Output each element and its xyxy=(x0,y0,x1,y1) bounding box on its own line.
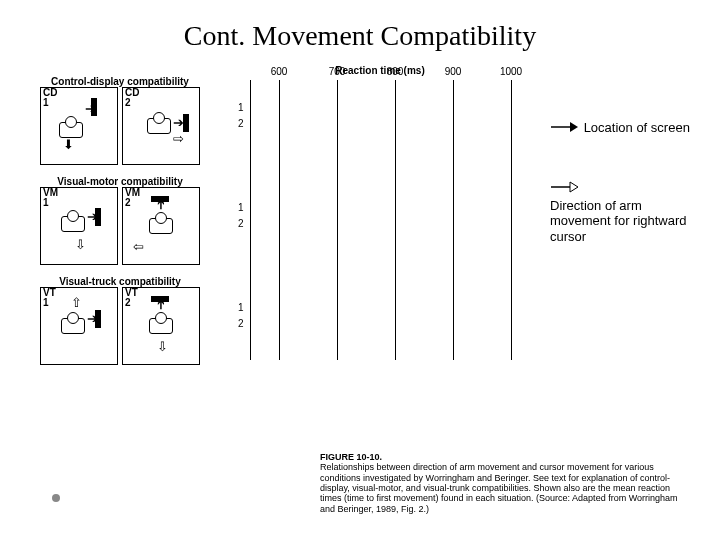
bar-label: 1 xyxy=(238,302,244,313)
section-title: Control-display compatibility xyxy=(40,76,200,87)
box-label: VT 2 xyxy=(125,288,138,308)
figure-container: Reaction time (ms) 600 700 800 900 1000 … xyxy=(40,65,520,370)
arrow-icon: ➔ xyxy=(87,210,98,223)
bar-label: 1 xyxy=(238,202,244,213)
box-label: VM 1 xyxy=(43,188,58,208)
svg-marker-3 xyxy=(570,182,578,192)
tick-label: 700 xyxy=(329,66,346,77)
box-label: VT 1 xyxy=(43,288,56,308)
bullet-icon xyxy=(52,494,60,502)
legend-item: Direction of arm movement for rightward … xyxy=(550,180,720,244)
tick-label: 600 xyxy=(271,66,288,77)
open-arrow-icon xyxy=(550,180,580,198)
figure-caption: FIGURE 10-10. Relationships between dire… xyxy=(320,452,690,514)
box-label: CD 1 xyxy=(43,88,57,108)
section-title: Visual-truck compatibility xyxy=(40,276,200,287)
box-label: VM 2 xyxy=(125,188,140,208)
page-title: Cont. Movement Compatibility xyxy=(0,20,720,52)
arrow-icon: ⬇ xyxy=(63,138,74,151)
legend-text: Direction of arm movement for rightward … xyxy=(550,198,690,245)
diagram-box: CD 1 ➔ ⬇ xyxy=(40,87,118,165)
bar xyxy=(250,220,251,231)
arrow-icon: ➔ xyxy=(154,299,167,310)
bar-label: 2 xyxy=(238,118,244,129)
diagram-box: CD 2 ➔ ⇨ xyxy=(122,87,200,165)
bar-label: 2 xyxy=(238,318,244,329)
box-label: CD 2 xyxy=(125,88,139,108)
arrow-icon: ⇧ xyxy=(71,296,82,309)
legend-item: Location of screen xyxy=(550,120,704,138)
arrow-icon: ⇩ xyxy=(157,340,168,353)
arrow-icon: ⇨ xyxy=(173,132,184,145)
bar xyxy=(250,320,251,331)
tick-label: 1000 xyxy=(500,66,522,77)
bar-label: 1 xyxy=(238,102,244,113)
arrow-icon: ➔ xyxy=(173,116,184,129)
arrow-icon: ⇦ xyxy=(133,240,144,253)
caption-body: Relationships between direction of arm m… xyxy=(320,462,678,513)
filled-arrow-icon xyxy=(550,120,580,138)
arrow-icon: ➔ xyxy=(85,102,96,115)
arrow-icon: ➔ xyxy=(154,199,167,210)
bar-label: 2 xyxy=(238,218,244,229)
bar xyxy=(250,120,251,131)
arrow-icon: ➔ xyxy=(87,312,98,325)
diagram-box: VT 1 ➔ ⇧ xyxy=(40,287,118,365)
tick-label: 900 xyxy=(445,66,462,77)
tick-label: 800 xyxy=(387,66,404,77)
bar xyxy=(250,204,251,215)
bar xyxy=(250,304,251,315)
svg-marker-1 xyxy=(570,122,578,132)
diagram-box: VM 2 ➔ ⇦ xyxy=(122,187,200,265)
bar xyxy=(250,104,251,115)
diagram-box: VM 1 ➔ ⇩ xyxy=(40,187,118,265)
legend-text: Location of screen xyxy=(584,120,704,136)
arrow-icon: ⇩ xyxy=(75,238,86,251)
section-title: Visual-motor compatibility xyxy=(40,176,200,187)
diagram-box: VT 2 ➔ ⇩ xyxy=(122,287,200,365)
caption-title: FIGURE 10-10. xyxy=(320,452,382,462)
